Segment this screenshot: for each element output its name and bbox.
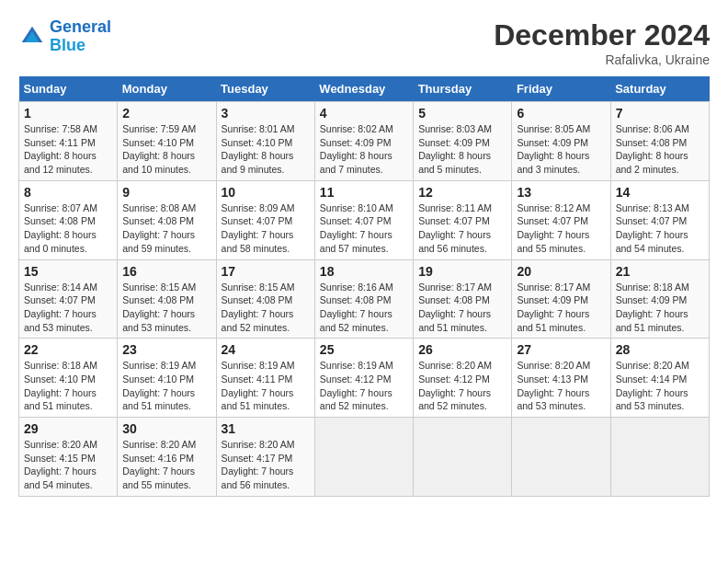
weekday-header-cell: Saturday bbox=[610, 76, 709, 102]
day-number: 16 bbox=[122, 264, 210, 279]
calendar-day-cell: 17Sunrise: 8:15 AMSunset: 4:08 PMDayligh… bbox=[216, 259, 314, 339]
day-number: 28 bbox=[616, 342, 704, 357]
calendar-day-cell: 7Sunrise: 8:06 AMSunset: 4:08 PMDaylight… bbox=[610, 102, 709, 181]
day-number: 4 bbox=[320, 106, 408, 121]
day-info: Sunrise: 8:19 AMSunset: 4:11 PMDaylight:… bbox=[222, 359, 310, 413]
day-number: 30 bbox=[122, 421, 210, 436]
calendar-day-cell: 5Sunrise: 8:03 AMSunset: 4:09 PMDaylight… bbox=[414, 102, 512, 181]
day-info: Sunrise: 7:59 AMSunset: 4:10 PMDaylight:… bbox=[122, 122, 210, 177]
day-number: 21 bbox=[616, 264, 704, 279]
logo-icon bbox=[18, 23, 46, 51]
day-number: 20 bbox=[517, 264, 605, 279]
calendar-day-cell bbox=[610, 418, 709, 497]
logo: General Blue bbox=[18, 18, 111, 55]
day-number: 17 bbox=[222, 264, 310, 279]
weekday-header-cell: Monday bbox=[118, 76, 216, 102]
calendar-week-row: 15Sunrise: 8:14 AMSunset: 4:07 PMDayligh… bbox=[19, 259, 710, 339]
calendar-day-cell: 4Sunrise: 8:02 AMSunset: 4:09 PMDaylight… bbox=[314, 102, 413, 181]
calendar-day-cell: 8Sunrise: 8:07 AMSunset: 4:08 PMDaylight… bbox=[19, 180, 118, 259]
calendar-day-cell: 6Sunrise: 8:05 AMSunset: 4:09 PMDaylight… bbox=[512, 102, 610, 181]
day-number: 29 bbox=[24, 421, 112, 436]
day-info: Sunrise: 8:13 AMSunset: 4:07 PMDaylight:… bbox=[616, 201, 704, 256]
calendar-body: 1Sunrise: 7:58 AMSunset: 4:11 PMDaylight… bbox=[19, 102, 710, 497]
calendar-day-cell: 21Sunrise: 8:18 AMSunset: 4:09 PMDayligh… bbox=[610, 259, 709, 339]
calendar-day-cell bbox=[414, 418, 512, 497]
day-info: Sunrise: 8:11 AMSunset: 4:07 PMDaylight:… bbox=[418, 201, 506, 256]
day-number: 1 bbox=[24, 106, 112, 121]
day-number: 23 bbox=[122, 342, 210, 357]
day-number: 3 bbox=[222, 106, 310, 121]
logo-text: General Blue bbox=[50, 18, 111, 55]
calendar-day-cell: 30Sunrise: 8:20 AMSunset: 4:16 PMDayligh… bbox=[118, 418, 216, 497]
day-info: Sunrise: 8:08 AMSunset: 4:08 PMDaylight:… bbox=[122, 201, 210, 256]
day-info: Sunrise: 8:20 AMSunset: 4:13 PMDaylight:… bbox=[517, 359, 605, 413]
day-info: Sunrise: 8:20 AMSunset: 4:15 PMDaylight:… bbox=[24, 438, 112, 492]
calendar-day-cell: 3Sunrise: 8:01 AMSunset: 4:10 PMDaylight… bbox=[216, 102, 314, 181]
day-number: 8 bbox=[24, 185, 112, 200]
day-info: Sunrise: 8:05 AMSunset: 4:09 PMDaylight:… bbox=[517, 122, 605, 177]
day-number: 19 bbox=[418, 264, 506, 279]
day-info: Sunrise: 8:15 AMSunset: 4:08 PMDaylight:… bbox=[122, 281, 210, 335]
calendar-day-cell: 12Sunrise: 8:11 AMSunset: 4:07 PMDayligh… bbox=[414, 180, 512, 259]
calendar-day-cell: 9Sunrise: 8:08 AMSunset: 4:08 PMDaylight… bbox=[118, 180, 216, 259]
calendar-day-cell: 25Sunrise: 8:19 AMSunset: 4:12 PMDayligh… bbox=[314, 339, 413, 418]
calendar-table: SundayMondayTuesdayWednesdayThursdayFrid… bbox=[18, 76, 710, 497]
day-number: 10 bbox=[222, 185, 310, 200]
day-number: 26 bbox=[418, 342, 506, 357]
day-info: Sunrise: 8:19 AMSunset: 4:12 PMDaylight:… bbox=[320, 359, 408, 413]
day-number: 13 bbox=[517, 185, 605, 200]
day-number: 31 bbox=[222, 421, 310, 436]
day-info: Sunrise: 8:09 AMSunset: 4:07 PMDaylight:… bbox=[222, 201, 310, 256]
calendar-day-cell: 24Sunrise: 8:19 AMSunset: 4:11 PMDayligh… bbox=[216, 339, 314, 418]
day-number: 27 bbox=[517, 342, 605, 357]
day-info: Sunrise: 8:14 AMSunset: 4:07 PMDaylight:… bbox=[24, 281, 112, 335]
logo-line1: General bbox=[50, 17, 111, 36]
day-info: Sunrise: 8:17 AMSunset: 4:08 PMDaylight:… bbox=[418, 281, 506, 335]
weekday-header-row: SundayMondayTuesdayWednesdayThursdayFrid… bbox=[19, 76, 710, 102]
day-info: Sunrise: 8:03 AMSunset: 4:09 PMDaylight:… bbox=[418, 122, 506, 177]
logo-line2: Blue bbox=[50, 36, 85, 54]
title-block: December 2024 Rafalivka, Ukraine bbox=[494, 18, 710, 67]
day-number: 25 bbox=[320, 342, 408, 357]
day-number: 9 bbox=[122, 185, 210, 200]
calendar-day-cell: 23Sunrise: 8:19 AMSunset: 4:10 PMDayligh… bbox=[118, 339, 216, 418]
calendar-day-cell: 18Sunrise: 8:16 AMSunset: 4:08 PMDayligh… bbox=[314, 259, 413, 339]
calendar-day-cell: 13Sunrise: 8:12 AMSunset: 4:07 PMDayligh… bbox=[512, 180, 610, 259]
day-number: 5 bbox=[418, 106, 506, 121]
day-info: Sunrise: 8:19 AMSunset: 4:10 PMDaylight:… bbox=[122, 359, 210, 413]
location-subtitle: Rafalivka, Ukraine bbox=[494, 52, 710, 67]
calendar-day-cell: 10Sunrise: 8:09 AMSunset: 4:07 PMDayligh… bbox=[216, 180, 314, 259]
day-info: Sunrise: 8:10 AMSunset: 4:07 PMDaylight:… bbox=[320, 201, 408, 256]
page-header: General Blue December 2024 Rafalivka, Uk… bbox=[18, 18, 710, 67]
calendar-day-cell: 28Sunrise: 8:20 AMSunset: 4:14 PMDayligh… bbox=[610, 339, 709, 418]
day-number: 22 bbox=[24, 342, 112, 357]
day-number: 24 bbox=[222, 342, 310, 357]
calendar-week-row: 22Sunrise: 8:18 AMSunset: 4:10 PMDayligh… bbox=[19, 339, 710, 418]
weekday-header-cell: Friday bbox=[512, 76, 610, 102]
calendar-day-cell: 31Sunrise: 8:20 AMSunset: 4:17 PMDayligh… bbox=[216, 418, 314, 497]
day-number: 6 bbox=[517, 106, 605, 121]
day-info: Sunrise: 8:15 AMSunset: 4:08 PMDaylight:… bbox=[222, 281, 310, 335]
calendar-week-row: 1Sunrise: 7:58 AMSunset: 4:11 PMDaylight… bbox=[19, 102, 710, 181]
day-info: Sunrise: 8:07 AMSunset: 4:08 PMDaylight:… bbox=[24, 201, 112, 256]
day-info: Sunrise: 8:02 AMSunset: 4:09 PMDaylight:… bbox=[320, 122, 408, 177]
day-info: Sunrise: 8:12 AMSunset: 4:07 PMDaylight:… bbox=[517, 201, 605, 256]
day-info: Sunrise: 8:20 AMSunset: 4:17 PMDaylight:… bbox=[222, 438, 310, 492]
day-info: Sunrise: 8:20 AMSunset: 4:12 PMDaylight:… bbox=[418, 359, 506, 413]
calendar-day-cell: 29Sunrise: 8:20 AMSunset: 4:15 PMDayligh… bbox=[19, 418, 118, 497]
day-info: Sunrise: 8:20 AMSunset: 4:16 PMDaylight:… bbox=[122, 438, 210, 492]
day-info: Sunrise: 7:58 AMSunset: 4:11 PMDaylight:… bbox=[24, 122, 112, 177]
day-number: 7 bbox=[616, 106, 704, 121]
calendar-day-cell: 11Sunrise: 8:10 AMSunset: 4:07 PMDayligh… bbox=[314, 180, 413, 259]
day-number: 11 bbox=[320, 185, 408, 200]
weekday-header-cell: Thursday bbox=[414, 76, 512, 102]
calendar-day-cell: 19Sunrise: 8:17 AMSunset: 4:08 PMDayligh… bbox=[414, 259, 512, 339]
calendar-day-cell: 27Sunrise: 8:20 AMSunset: 4:13 PMDayligh… bbox=[512, 339, 610, 418]
calendar-day-cell: 22Sunrise: 8:18 AMSunset: 4:10 PMDayligh… bbox=[19, 339, 118, 418]
day-info: Sunrise: 8:01 AMSunset: 4:10 PMDaylight:… bbox=[222, 122, 310, 177]
day-number: 12 bbox=[418, 185, 506, 200]
day-number: 15 bbox=[24, 264, 112, 279]
weekday-header-cell: Tuesday bbox=[216, 76, 314, 102]
calendar-day-cell: 16Sunrise: 8:15 AMSunset: 4:08 PMDayligh… bbox=[118, 259, 216, 339]
day-number: 2 bbox=[122, 106, 210, 121]
